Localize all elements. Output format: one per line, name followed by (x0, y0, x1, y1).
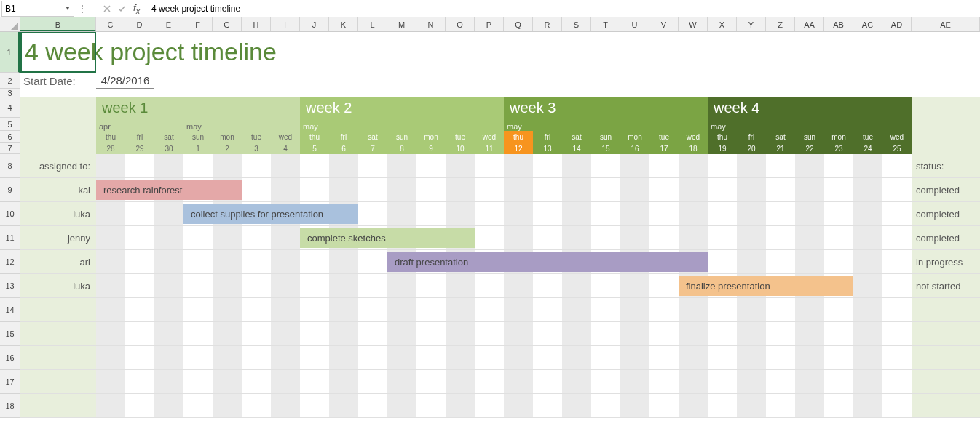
page-title[interactable]: 4 week project timeline (20, 32, 277, 73)
row-header-12[interactable]: 12 (0, 250, 20, 274)
column-header-W[interactable]: W (679, 17, 708, 31)
row-header-17[interactable]: 17 (0, 370, 20, 394)
row-header-3[interactable]: 3 (0, 89, 20, 97)
sheet-content[interactable]: 4 week project timeline Start Date: 4/28… (20, 32, 980, 418)
column-header-AA[interactable]: AA (795, 17, 824, 31)
column-header-O[interactable]: O (446, 17, 475, 31)
column-header-N[interactable]: N (416, 17, 446, 31)
name-box[interactable]: B1 ▼ (1, 1, 74, 17)
column-header-G[interactable]: G (213, 17, 242, 31)
column-header-E[interactable]: E (154, 17, 183, 31)
stripe (504, 154, 533, 177)
task-bar[interactable]: complete sketches (300, 228, 475, 248)
row-header-16[interactable]: 16 (0, 346, 20, 370)
row-header-11[interactable]: 11 (0, 226, 20, 250)
status-cell[interactable]: completed (912, 178, 980, 201)
row-header-14[interactable]: 14 (0, 298, 20, 322)
dropdown-icon[interactable]: ▼ (65, 5, 71, 12)
stripe (504, 298, 533, 321)
stripe (766, 346, 795, 369)
column-header-T[interactable]: T (591, 17, 620, 31)
fx-label[interactable]: fx (133, 2, 140, 15)
row-header-9[interactable]: 9 (0, 178, 20, 202)
column-header-X[interactable]: X (708, 17, 737, 31)
column-header-R[interactable]: R (533, 17, 562, 31)
empty-assignee[interactable] (20, 394, 96, 417)
column-header-V[interactable]: V (649, 17, 679, 31)
status-cell[interactable]: completed (912, 202, 980, 225)
empty-assignee[interactable] (20, 346, 96, 369)
assignee-cell[interactable]: kai (20, 178, 96, 201)
empty-row[interactable] (20, 322, 980, 346)
column-header-Z[interactable]: Z (766, 17, 795, 31)
empty-row[interactable] (20, 298, 980, 322)
row-header-4[interactable]: 4 (0, 97, 20, 118)
assignee-cell[interactable]: ari (20, 250, 96, 273)
status-cell[interactable]: in progress (912, 250, 980, 273)
column-header-S[interactable]: S (562, 17, 591, 31)
column-header-K[interactable]: K (329, 17, 358, 31)
row-header-1[interactable]: 1 (0, 32, 20, 73)
column-header-Y[interactable]: Y (737, 17, 766, 31)
task-bar[interactable]: research rainforest (96, 180, 242, 200)
assignee-cell[interactable]: jenny (20, 226, 96, 249)
row-header-8[interactable]: 8 (0, 154, 20, 178)
column-header-U[interactable]: U (620, 17, 649, 31)
empty-row[interactable] (20, 370, 980, 394)
daynum-10: 10 (446, 143, 475, 154)
stripe (591, 226, 620, 249)
assignee-cell[interactable]: luka (20, 274, 96, 297)
stripe (358, 394, 387, 417)
empty-row[interactable] (20, 394, 980, 418)
row-header-6[interactable]: 6 (0, 131, 20, 143)
column-header-F[interactable]: F (183, 17, 213, 31)
empty-status[interactable] (912, 322, 980, 345)
row-header-13[interactable]: 13 (0, 274, 20, 298)
day-pad-left (20, 131, 96, 143)
select-all-cells[interactable] (0, 17, 20, 32)
row-header-18[interactable]: 18 (0, 394, 20, 418)
column-header-AC[interactable]: AC (853, 17, 882, 31)
empty-assignee[interactable] (20, 370, 96, 393)
row-header-2[interactable]: 2 (0, 73, 20, 89)
column-header-L[interactable]: L (358, 17, 387, 31)
stripe (620, 346, 649, 369)
column-header-M[interactable]: M (387, 17, 416, 31)
row-header-10[interactable]: 10 (0, 202, 20, 226)
empty-row[interactable] (20, 346, 980, 370)
task-bar[interactable]: collect supplies for presentation (183, 204, 358, 224)
column-header-AD[interactable]: AD (882, 17, 912, 31)
column-header-B[interactable]: B (20, 17, 96, 31)
stripe (271, 154, 300, 177)
column-headers[interactable]: BCDEFGHIJKLMNOPQRSTUVWXYZAAABACADAE (20, 17, 980, 32)
empty-status[interactable] (912, 370, 980, 393)
status-cell[interactable]: completed (912, 226, 980, 249)
task-bar[interactable]: finalize presentation (679, 276, 853, 296)
column-header-P[interactable]: P (475, 17, 504, 31)
column-header-H[interactable]: H (242, 17, 271, 31)
formula-input[interactable] (144, 4, 980, 14)
row-headers[interactable]: 123456789101112131415161718 (0, 32, 20, 418)
task-bar[interactable]: draft presentation (387, 252, 708, 272)
cancel-formula-button[interactable] (100, 1, 114, 16)
spreadsheet-grid[interactable]: BCDEFGHIJKLMNOPQRSTUVWXYZAAABACADAE 1234… (0, 17, 980, 448)
row-header-7[interactable]: 7 (0, 143, 20, 154)
column-header-C[interactable]: C (96, 17, 125, 31)
column-header-J[interactable]: J (300, 17, 329, 31)
column-header-I[interactable]: I (271, 17, 300, 31)
assignee-cell[interactable]: luka (20, 202, 96, 225)
empty-assignee[interactable] (20, 322, 96, 345)
column-header-Q[interactable]: Q (504, 17, 533, 31)
empty-status[interactable] (912, 394, 980, 417)
row-header-5[interactable]: 5 (0, 118, 20, 131)
accept-formula-button[interactable] (114, 1, 129, 16)
column-header-AE[interactable]: AE (912, 17, 980, 31)
empty-status[interactable] (912, 298, 980, 321)
row-header-15[interactable]: 15 (0, 322, 20, 346)
empty-assignee[interactable] (20, 298, 96, 321)
start-date-value[interactable]: 4/28/2016 (96, 73, 154, 89)
status-cell[interactable]: not started (912, 274, 980, 297)
empty-status[interactable] (912, 346, 980, 369)
column-header-D[interactable]: D (125, 17, 154, 31)
column-header-AB[interactable]: AB (824, 17, 853, 31)
